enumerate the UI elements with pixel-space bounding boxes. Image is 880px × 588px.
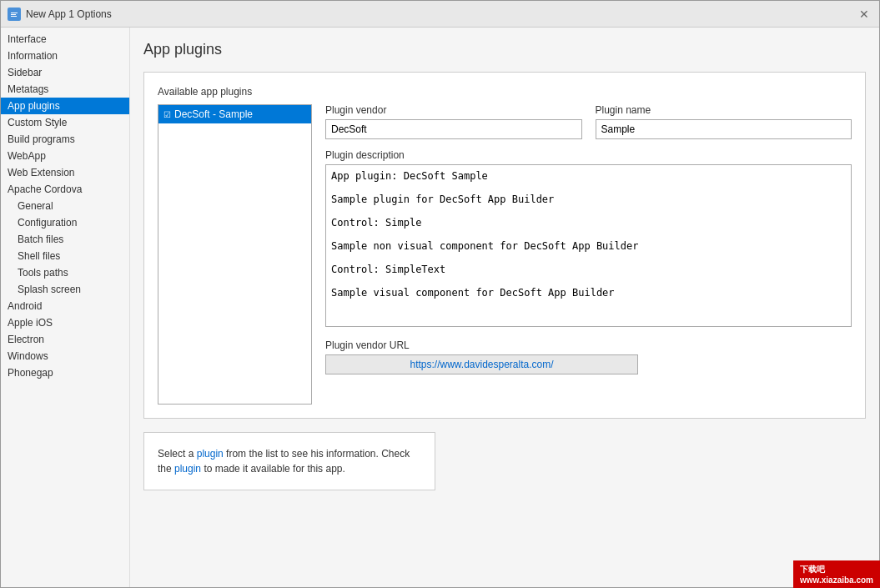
page-title: App plugins bbox=[143, 41, 866, 58]
sidebar-item-metatags[interactable]: Metatags bbox=[1, 81, 129, 98]
plugin-list-item[interactable]: ☑ DecSoft - Sample bbox=[158, 105, 311, 123]
description-label: Plugin description bbox=[325, 149, 852, 161]
available-plugins-label: Available app plugins bbox=[158, 86, 852, 98]
url-group: Plugin vendor URL bbox=[325, 339, 852, 374]
url-label: Plugin vendor URL bbox=[325, 339, 852, 351]
plugin-layout: ☑ DecSoft - Sample Plugin vendor Plugin … bbox=[158, 104, 852, 405]
window-title: New App 1 Options bbox=[26, 8, 856, 20]
info-box: Select a plugin from the list to see his… bbox=[143, 432, 435, 490]
sidebar-item-interface[interactable]: Interface bbox=[1, 31, 129, 48]
vendor-name-row: Plugin vendor Plugin name bbox=[325, 104, 852, 139]
plugin-name-group: Plugin name bbox=[596, 104, 852, 139]
sidebar-item-web-extension[interactable]: Web Extension bbox=[1, 164, 129, 181]
plugin-details: Plugin vendor Plugin name Plugin descrip… bbox=[325, 104, 852, 405]
sidebar-item-windows[interactable]: Windows bbox=[1, 348, 129, 364]
sidebar-item-batch-files[interactable]: Batch files bbox=[1, 231, 129, 248]
sidebar-item-phonegap[interactable]: Phonegap bbox=[1, 364, 129, 381]
sidebar-item-configuration[interactable]: Configuration bbox=[1, 214, 129, 231]
vendor-label: Plugin vendor bbox=[325, 104, 582, 116]
description-textarea[interactable] bbox=[325, 164, 852, 327]
description-group: Plugin description bbox=[325, 149, 852, 329]
sidebar-item-splash-screen[interactable]: Splash screen bbox=[1, 281, 129, 298]
app-window: New App 1 Options ✕ InterfaceInformation… bbox=[0, 0, 880, 588]
watermark-line1: 下载吧 bbox=[800, 564, 873, 575]
watermark-line2: www.xiazaiba.com bbox=[800, 575, 873, 585]
close-button[interactable]: ✕ bbox=[856, 6, 872, 23]
info-plugin-link-2[interactable]: plugin bbox=[174, 463, 201, 475]
sidebar: InterfaceInformationSidebarMetatagsApp p… bbox=[1, 28, 130, 587]
plugin-list[interactable]: ☑ DecSoft - Sample bbox=[158, 104, 312, 405]
plugin-name-label: Plugin name bbox=[596, 104, 852, 116]
sidebar-item-app-plugins[interactable]: App plugins bbox=[1, 98, 129, 114]
sidebar-item-tools-paths[interactable]: Tools paths bbox=[1, 264, 129, 281]
vendor-input[interactable] bbox=[325, 119, 582, 139]
svg-rect-1 bbox=[11, 13, 18, 13]
info-plugin-link-1[interactable]: plugin bbox=[197, 448, 224, 460]
plugin-item-name: DecSoft - Sample bbox=[174, 108, 253, 120]
svg-rect-2 bbox=[11, 14, 16, 15]
sidebar-item-custom-style[interactable]: Custom Style bbox=[1, 114, 129, 131]
url-input[interactable] bbox=[325, 354, 638, 374]
vendor-group: Plugin vendor bbox=[325, 104, 582, 139]
svg-rect-3 bbox=[11, 16, 17, 17]
sidebar-item-apple-ios[interactable]: Apple iOS bbox=[1, 314, 129, 331]
description-wrapper bbox=[325, 164, 852, 329]
sidebar-item-webapp[interactable]: WebApp bbox=[1, 148, 129, 164]
main-content: App plugins Available app plugins ☑ DecS… bbox=[130, 28, 879, 587]
sidebar-item-sidebar[interactable]: Sidebar bbox=[1, 64, 129, 81]
plugin-name-input[interactable] bbox=[596, 119, 852, 139]
info-text-3: to made it available for this app. bbox=[201, 463, 345, 475]
sidebar-item-electron[interactable]: Electron bbox=[1, 331, 129, 348]
sidebar-item-general[interactable]: General bbox=[1, 198, 129, 214]
watermark: 下载吧 www.xiazaiba.com bbox=[793, 560, 880, 588]
plugin-checkbox[interactable]: ☑ bbox=[163, 110, 171, 119]
sidebar-item-information[interactable]: Information bbox=[1, 48, 129, 64]
sidebar-item-apache-cordova[interactable]: Apache Cordova bbox=[1, 181, 129, 198]
sidebar-item-build-programs[interactable]: Build programs bbox=[1, 131, 129, 148]
main-layout: InterfaceInformationSidebarMetatagsApp p… bbox=[1, 28, 879, 587]
title-bar: New App 1 Options ✕ bbox=[1, 1, 879, 28]
info-text-1: Select a bbox=[158, 448, 197, 460]
sidebar-item-shell-files[interactable]: Shell files bbox=[1, 248, 129, 264]
sidebar-item-android[interactable]: Android bbox=[1, 298, 129, 314]
app-icon bbox=[8, 8, 21, 21]
plugin-container: Available app plugins ☑ DecSoft - Sample… bbox=[143, 72, 866, 419]
